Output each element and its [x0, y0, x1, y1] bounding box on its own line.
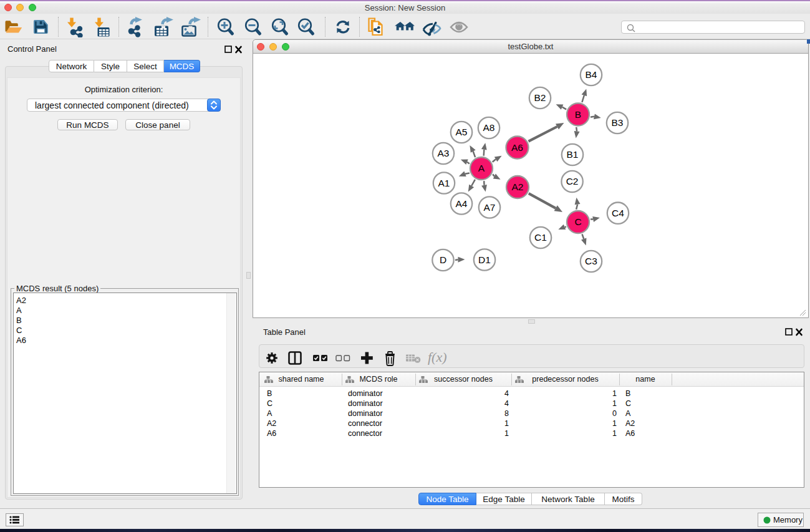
- svg-text:A7: A7: [484, 202, 496, 213]
- svg-text:B1: B1: [567, 149, 579, 160]
- svg-text:C3: C3: [585, 256, 597, 266]
- svg-text:B4: B4: [586, 69, 597, 80]
- svg-text:B3: B3: [612, 117, 624, 128]
- svg-text:A1: A1: [438, 178, 450, 188]
- svg-text:B2: B2: [534, 92, 546, 103]
- svg-text:A3: A3: [438, 148, 450, 158]
- svg-text:D1: D1: [478, 254, 491, 265]
- svg-text:A8: A8: [483, 122, 495, 133]
- svg-text:A5: A5: [456, 127, 468, 137]
- svg-text:D: D: [440, 254, 446, 265]
- svg-text:C4: C4: [612, 208, 624, 218]
- svg-text:C: C: [574, 216, 581, 227]
- svg-text:B: B: [575, 109, 581, 120]
- svg-text:A: A: [478, 163, 485, 173]
- svg-text:A4: A4: [456, 198, 468, 209]
- svg-text:C2: C2: [566, 176, 579, 186]
- svg-text:C1: C1: [534, 232, 547, 243]
- svg-text:A6: A6: [511, 142, 523, 153]
- svg-text:A2: A2: [512, 181, 524, 192]
